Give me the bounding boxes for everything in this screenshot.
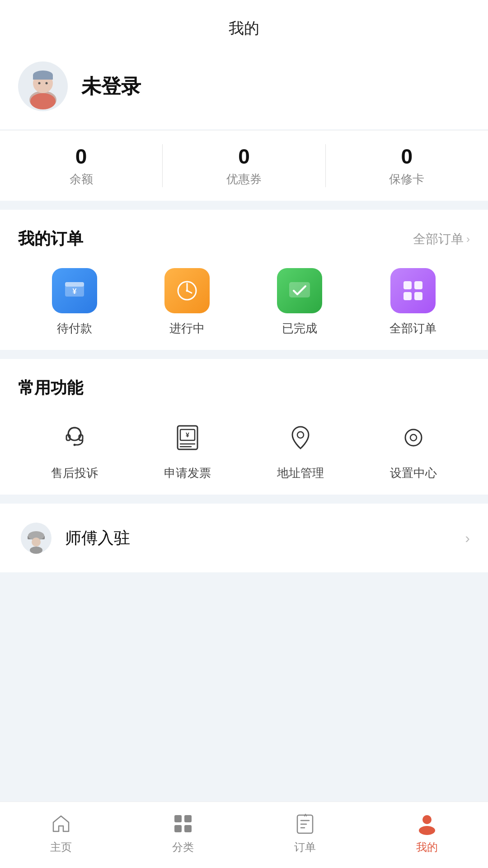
after-sale-label: 售后投诉 bbox=[51, 465, 98, 481]
in-progress-label: 进行中 bbox=[169, 321, 205, 336]
svg-point-23 bbox=[74, 444, 76, 446]
svg-rect-38 bbox=[184, 815, 192, 822]
username-label[interactable]: 未登录 bbox=[81, 73, 141, 100]
all-orders-label: 全部订单 bbox=[389, 321, 436, 336]
completed-icon-box bbox=[277, 268, 322, 313]
pending-payment-icon-box: ¥ bbox=[52, 268, 97, 313]
nav-category[interactable]: 分类 bbox=[122, 811, 244, 854]
svg-point-2 bbox=[30, 93, 56, 109]
nav-mine-label: 我的 bbox=[416, 840, 438, 854]
svg-point-29 bbox=[297, 432, 304, 438]
settings-icon bbox=[393, 417, 434, 458]
order-in-progress[interactable]: 进行中 bbox=[164, 268, 210, 336]
address-label: 地址管理 bbox=[277, 465, 324, 481]
svg-point-36 bbox=[30, 547, 42, 554]
home-icon bbox=[48, 811, 74, 836]
functions-card-header: 常用功能 bbox=[18, 377, 470, 399]
stat-warranty[interactable]: 0 保修卡 bbox=[326, 144, 488, 187]
svg-rect-9 bbox=[65, 282, 84, 287]
stat-coupon[interactable]: 0 优惠券 bbox=[163, 144, 325, 187]
nav-home-label: 主页 bbox=[50, 840, 72, 854]
func-settings[interactable]: 设置中心 bbox=[390, 417, 437, 481]
completed-label: 已完成 bbox=[282, 321, 317, 336]
in-progress-icon-box bbox=[164, 268, 210, 313]
all-orders-link[interactable]: 全部订单 › bbox=[413, 231, 470, 248]
stat-balance-value: 0 bbox=[75, 144, 87, 169]
master-chevron-icon: › bbox=[465, 530, 470, 547]
pending-payment-label: 待付款 bbox=[57, 321, 92, 336]
settings-label: 设置中心 bbox=[390, 465, 437, 481]
master-icon bbox=[18, 520, 54, 556]
stat-warranty-value: 0 bbox=[401, 144, 413, 169]
master-entry[interactable]: 师傅入驻 › bbox=[0, 504, 488, 572]
mine-icon bbox=[414, 811, 440, 836]
svg-point-35 bbox=[32, 538, 41, 547]
svg-point-42 bbox=[422, 815, 432, 824]
address-icon bbox=[280, 417, 321, 458]
svg-rect-39 bbox=[174, 825, 182, 832]
orders-card: 我的订单 全部订单 › ¥ 待付款 bbox=[0, 210, 488, 350]
svg-rect-40 bbox=[184, 825, 192, 832]
svg-point-31 bbox=[410, 434, 417, 441]
svg-rect-16 bbox=[404, 281, 412, 289]
all-orders-icon-box bbox=[390, 268, 436, 313]
svg-text:¥: ¥ bbox=[72, 288, 76, 295]
nav-category-label: 分类 bbox=[172, 840, 194, 854]
page-header: 我的 bbox=[0, 0, 488, 48]
svg-point-6 bbox=[38, 82, 41, 85]
svg-point-30 bbox=[405, 429, 422, 446]
stat-coupon-value: 0 bbox=[238, 144, 250, 169]
nav-orders[interactable]: 订单 bbox=[244, 811, 366, 854]
order-pending-payment[interactable]: ¥ 待付款 bbox=[52, 268, 97, 336]
nav-orders-label: 订单 bbox=[294, 840, 316, 854]
svg-point-7 bbox=[46, 82, 48, 85]
after-sale-icon bbox=[54, 417, 95, 458]
avatar[interactable] bbox=[18, 61, 68, 111]
func-address[interactable]: 地址管理 bbox=[277, 417, 324, 481]
stat-coupon-label: 优惠券 bbox=[226, 171, 262, 187]
stat-balance[interactable]: 0 余额 bbox=[0, 144, 163, 187]
stat-balance-label: 余额 bbox=[70, 171, 93, 187]
functions-section-title: 常用功能 bbox=[18, 377, 83, 399]
nav-home[interactable]: 主页 bbox=[0, 811, 122, 854]
orders-icon-grid: ¥ 待付款 进行中 bbox=[18, 268, 470, 336]
order-all[interactable]: 全部订单 bbox=[389, 268, 436, 336]
svg-rect-5 bbox=[33, 75, 53, 80]
category-icon bbox=[170, 811, 196, 836]
order-completed[interactable]: 已完成 bbox=[277, 268, 322, 336]
svg-rect-15 bbox=[289, 282, 310, 297]
func-after-sale[interactable]: 售后投诉 bbox=[51, 417, 98, 481]
functions-card: 常用功能 售后投诉 bbox=[0, 359, 488, 495]
orders-section-title: 我的订单 bbox=[18, 228, 83, 250]
master-label-text: 师傅入驻 bbox=[65, 527, 454, 549]
svg-point-43 bbox=[419, 826, 435, 835]
svg-rect-37 bbox=[174, 815, 182, 822]
stat-warranty-label: 保修卡 bbox=[389, 171, 424, 187]
functions-icon-grid: 售后投诉 ¥ 申请发票 地址管理 bbox=[18, 417, 470, 481]
func-invoice[interactable]: ¥ 申请发票 bbox=[164, 417, 211, 481]
svg-rect-19 bbox=[414, 292, 422, 300]
profile-section: 未登录 bbox=[0, 48, 488, 129]
svg-point-14 bbox=[186, 290, 188, 292]
invoice-label: 申请发票 bbox=[164, 465, 211, 481]
svg-rect-17 bbox=[414, 281, 422, 289]
orders-card-header: 我的订单 全部订单 › bbox=[18, 228, 470, 250]
svg-text:¥: ¥ bbox=[186, 431, 189, 439]
bottom-nav: 主页 分类 订单 bbox=[0, 802, 488, 868]
chevron-right-icon: › bbox=[466, 233, 470, 245]
stats-row: 0 余额 0 优惠券 0 保修卡 bbox=[0, 130, 488, 201]
header-title: 我的 bbox=[229, 19, 259, 37]
nav-mine[interactable]: 我的 bbox=[366, 811, 488, 854]
orders-icon bbox=[292, 811, 318, 836]
invoice-icon: ¥ bbox=[167, 417, 208, 458]
svg-rect-18 bbox=[404, 292, 412, 300]
